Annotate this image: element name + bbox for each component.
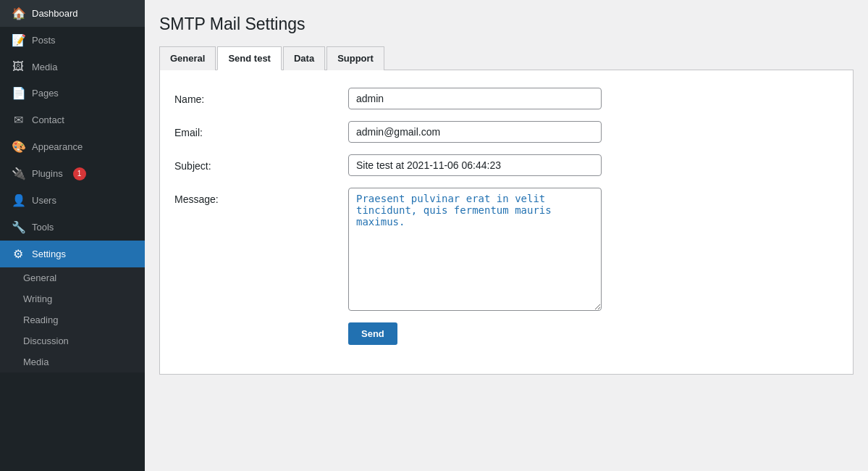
main-content: SMTP Mail Settings GeneralSend testDataS… [145, 0, 868, 471]
sidebar-item-appearance[interactable]: 🎨 Appearance [0, 133, 145, 160]
sidebar-item-tools[interactable]: 🔧 Tools [0, 214, 145, 241]
pages-icon: 📄 [12, 86, 25, 100]
contact-icon: ✉ [12, 113, 25, 127]
message-label: Message: [174, 188, 348, 205]
settings-icon: ⚙ [12, 247, 25, 261]
submenu-item-discussion[interactable]: Discussion [0, 330, 145, 351]
sidebar-item-label: Media [32, 62, 57, 72]
sidebar-item-dashboard[interactable]: 🏠 Dashboard [0, 0, 145, 27]
sidebar-item-label: Appearance [32, 141, 83, 152]
sidebar-item-plugins[interactable]: 🔌 Plugins 1 [0, 160, 145, 187]
page-title: SMTP Mail Settings [159, 14, 854, 34]
tab-general[interactable]: General [159, 46, 216, 70]
sidebar-item-users[interactable]: 👤 Users [0, 187, 145, 214]
sidebar-item-label: Dashboard [32, 8, 78, 19]
plugins-icon: 🔌 [12, 167, 25, 180]
sidebar-item-label: Pages [32, 88, 59, 99]
tab-send-test[interactable]: Send test [217, 46, 282, 70]
form-panel: Name: Email: Subject: Message: Send [159, 70, 854, 375]
users-icon: 👤 [12, 193, 25, 207]
tabs-container: GeneralSend testDataSupport [159, 46, 854, 70]
message-row: Message: [174, 188, 838, 311]
message-textarea[interactable] [348, 188, 602, 311]
media-icon: 🖼 [12, 60, 25, 73]
email-input[interactable] [348, 121, 602, 143]
sidebar-item-posts[interactable]: 📝 Posts [0, 27, 145, 54]
sidebar-item-label: Tools [32, 222, 54, 233]
tab-support[interactable]: Support [326, 46, 384, 70]
sidebar-item-label: Users [32, 195, 56, 206]
sidebar-item-settings[interactable]: ⚙ Settings [0, 241, 145, 267]
send-button[interactable]: Send [348, 322, 397, 345]
sidebar-item-pages[interactable]: 📄 Pages [0, 80, 145, 107]
submenu-item-reading[interactable]: Reading [0, 309, 145, 330]
send-row: Send [174, 322, 838, 345]
sidebar-item-contact[interactable]: ✉ Contact [0, 107, 145, 133]
posts-icon: 📝 [12, 33, 25, 47]
sidebar: 🏠 Dashboard 📝 Posts 🖼 Media 📄 Pages ✉ Co… [0, 0, 145, 471]
sidebar-item-label: Settings [32, 249, 66, 259]
subject-label: Subject: [174, 154, 348, 172]
appearance-icon: 🎨 [12, 140, 25, 154]
tab-data[interactable]: Data [283, 46, 325, 70]
submenu-item-writing[interactable]: Writing [0, 288, 145, 309]
submenu-item-media[interactable]: Media [0, 351, 145, 372]
name-label: Name: [174, 88, 348, 105]
sidebar-item-label: Posts [32, 35, 56, 46]
settings-submenu: GeneralWritingReadingDiscussionMedia [0, 267, 145, 372]
sidebar-item-label: Plugins [32, 168, 63, 179]
subject-input[interactable] [348, 154, 602, 176]
email-label: Email: [174, 121, 348, 138]
sidebar-item-label: Contact [32, 114, 64, 125]
dashboard-icon: 🏠 [12, 7, 25, 20]
name-input[interactable] [348, 88, 602, 109]
sidebar-item-media[interactable]: 🖼 Media [0, 54, 145, 80]
tools-icon: 🔧 [12, 220, 25, 234]
email-row: Email: [174, 121, 838, 143]
name-row: Name: [174, 88, 838, 109]
plugins-badge: 1 [73, 167, 86, 180]
subject-row: Subject: [174, 154, 838, 176]
submenu-item-general[interactable]: General [0, 267, 145, 288]
